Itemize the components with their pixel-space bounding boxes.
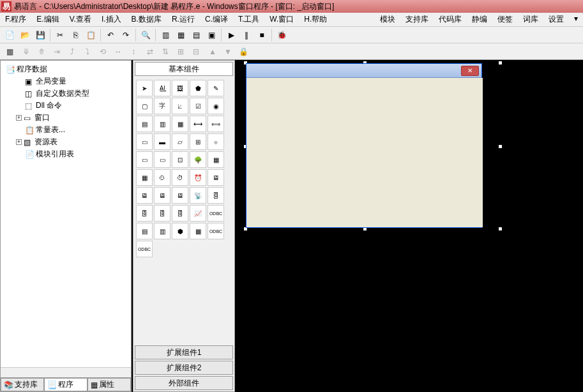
menu-compile[interactable]: C.编译 [202,13,231,26]
comp-rich-icon[interactable]: ▦ [136,169,153,186]
stop-icon[interactable]: ■ [255,28,269,42]
menu-run[interactable]: R.运行 [169,13,197,26]
layout4-icon[interactable]: ▣ [204,28,218,42]
form-designer[interactable]: ✕ [236,60,583,392]
find-icon[interactable]: 🔍 [139,28,153,42]
menu-insert[interactable]: I.插入 [99,13,124,26]
menu-settings[interactable]: 设置 [546,13,566,26]
comp-net-icon[interactable]: 📡 [190,187,206,204]
design-form-titlebar[interactable]: ✕ [246,64,481,78]
tree-root[interactable]: 📑 程序数据 [3,63,128,75]
tree-item-modref[interactable]: 📄模块引用表 [13,148,128,160]
comp-odbc2-icon[interactable]: ODBC [208,223,224,239]
expand-icon[interactable]: + [16,139,22,145]
component-tab-ext1[interactable]: 扩展组件1 [135,345,233,359]
design-form-window[interactable]: ✕ [246,63,482,228]
project-tree[interactable]: 📑 程序数据 ▣全局变量 ◫自定义数据类型 ⬚Dll 命令 +▭窗口 📋常量表.… [1,61,131,367]
comp-sock1-icon[interactable]: 🖥 [208,169,224,186]
redo-icon[interactable]: ↷ [119,28,133,42]
menu-program[interactable]: F.程序 [3,13,29,26]
run-icon[interactable]: ▶ [224,28,238,42]
new-file-icon[interactable]: 📄 [3,28,17,42]
menu-database[interactable]: B.数据库 [129,13,164,26]
copy-icon[interactable]: ⎘ [68,28,82,42]
menu-dropdown-icon[interactable]: ▾ [572,13,580,26]
comp-slider-icon[interactable]: ⟐ [208,133,224,150]
comp-date-icon[interactable]: ▭ [154,151,170,168]
comp-db2-icon[interactable]: 🗄 [136,205,153,222]
close-icon[interactable]: ✕ [461,66,479,76]
expand-icon[interactable]: + [16,115,22,121]
cut-icon[interactable]: ✂ [53,28,67,42]
paste-icon[interactable]: 📋 [84,28,98,42]
center-v-icon[interactable]: ⊟ [189,45,203,59]
resize-handle-e[interactable] [498,144,503,149]
align-left-icon[interactable]: ⤋ [19,45,33,59]
vspace-icon[interactable]: ⇅ [158,45,172,59]
comp-odbc3-icon[interactable]: ODBC [136,241,153,257]
comp-report-icon[interactable]: ▤ [136,223,153,239]
layout2-icon[interactable]: ▦ [174,28,188,42]
comp-calendar-icon[interactable]: ⊡ [172,151,188,168]
undo-icon[interactable]: ↶ [103,28,117,42]
save-file-icon[interactable]: 💾 [33,28,47,42]
menu-support-lib[interactable]: 支持库 [403,13,431,26]
comp-text-icon[interactable]: 字 [154,98,170,114]
comp-clock-icon[interactable]: ⏰ [190,169,206,186]
comp-db3-icon[interactable]: 🗄 [154,205,170,222]
tree-item-windows[interactable]: +▭窗口 [13,112,128,124]
comp-sock2-icon[interactable]: 🖥 [136,187,153,204]
comp-sock4-icon[interactable]: 🖥 [172,187,188,204]
resize-handle-ne[interactable] [498,61,503,65]
comp-image-icon[interactable]: 🖼 [172,80,188,96]
pause-icon[interactable]: ‖ [239,28,254,42]
center-h-icon[interactable]: ⊞ [174,45,188,59]
comp-frame-icon[interactable]: ▢ [136,98,153,114]
comp-edit-icon[interactable]: ▦ [172,116,188,132]
tree-scrollbar[interactable] [1,367,131,377]
menu-notes[interactable]: 便签 [495,13,515,26]
comp-sock3-icon[interactable]: 🖥 [154,187,170,204]
comp-progress-icon[interactable]: ▱ [172,133,188,150]
grid-icon[interactable]: ▦ [3,45,17,59]
comp-check-icon[interactable]: ☑ [190,98,206,114]
tree-item-types[interactable]: ◫自定义数据类型 [13,87,128,100]
tab-properties[interactable]: ▦属性 [87,378,131,391]
comp-grid-icon[interactable]: ▦ [208,151,224,168]
comp-panel-icon[interactable]: ▭ [136,151,153,168]
lock-icon[interactable]: 🔒 [236,45,250,59]
comp-pointer-icon[interactable]: ➤ [136,80,153,96]
layout3-icon[interactable]: ▤ [189,28,203,42]
comp-time-icon[interactable]: ⏱ [172,169,188,186]
component-tab-ext2[interactable]: 扩展组件2 [135,361,233,375]
menu-window[interactable]: W.窗口 [267,13,296,26]
open-file-icon[interactable]: 📂 [18,28,32,42]
comp-tree-icon[interactable]: 🌳 [190,151,206,168]
comp-hscroll-icon[interactable]: ⟷ [190,116,206,132]
debug-icon[interactable]: 🐞 [275,28,289,42]
comp-label-icon[interactable]: A̲I̲ [154,80,170,96]
menu-static-compile[interactable]: 静编 [469,13,490,26]
comp-group2-icon[interactable]: ▬ [154,133,170,150]
menu-view[interactable]: V.查看 [67,13,94,26]
same-width-icon[interactable]: ↔ [111,45,125,59]
component-tab-basic[interactable]: 基本组件 [135,62,233,76]
tree-item-resource[interactable]: +▧资源表 [13,136,128,148]
tab-program[interactable]: 📃程序 [44,378,87,391]
comp-line-icon[interactable]: ⟀ [172,98,188,114]
menu-module[interactable]: 模块 [377,13,398,26]
comp-db1-icon[interactable]: 🗄 [208,187,224,204]
tree-item-global[interactable]: ▣全局变量 [13,75,128,87]
comp-col-icon[interactable]: ▦ [190,223,206,239]
send-back-icon[interactable]: ▼ [221,45,235,59]
menu-help[interactable]: H.帮助 [301,13,329,26]
align-right-icon[interactable]: ⇥ [50,45,64,59]
comp-shape-icon[interactable]: ⬟ [190,80,206,96]
align-center-icon[interactable]: ⤊ [34,45,49,59]
tree-item-const[interactable]: 📋常量表... [13,124,128,136]
menu-code-lib[interactable]: 代码库 [436,13,464,26]
comp-db4-icon[interactable]: 🗄 [172,205,188,222]
resize-handle-se[interactable] [498,227,503,231]
comp-radio-icon[interactable]: ◉ [208,98,224,114]
comp-link-icon[interactable]: 📈 [190,205,206,222]
